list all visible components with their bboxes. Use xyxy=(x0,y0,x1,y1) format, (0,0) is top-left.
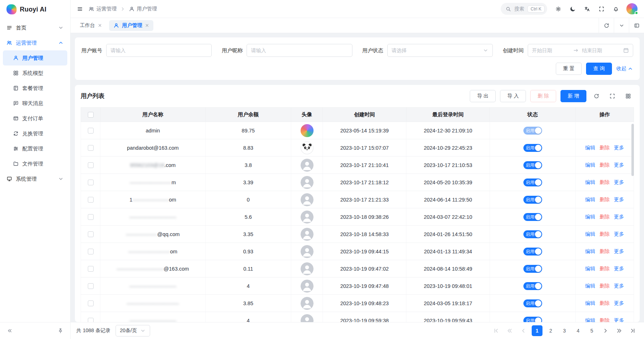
delete-button[interactable]: 删 除 xyxy=(530,90,556,102)
row-checkbox[interactable] xyxy=(88,128,94,134)
page-button-2[interactable]: 2 xyxy=(545,325,556,336)
more-link[interactable]: 更多 xyxy=(614,162,624,168)
language-button[interactable] xyxy=(581,3,593,15)
tab-refresh-button[interactable] xyxy=(599,18,614,33)
sidebar-subitem-6[interactable]: 配置管理 xyxy=(3,141,67,156)
sidebar-subitem-5[interactable]: 兑换管理 xyxy=(3,126,67,141)
row-checkbox[interactable] xyxy=(88,162,94,168)
sidebar-item-1[interactable]: 运营管理 xyxy=(0,35,70,50)
delete-link[interactable]: 删除 xyxy=(600,162,610,168)
edit-link[interactable]: 编辑 xyxy=(585,179,595,185)
close-icon[interactable] xyxy=(98,23,102,27)
status-toggle[interactable]: 启用 xyxy=(523,213,542,221)
page-button-5[interactable]: 5 xyxy=(586,325,597,336)
status-toggle[interactable]: 启用 xyxy=(523,178,542,186)
status-toggle[interactable]: 启用 xyxy=(523,282,542,290)
edit-link[interactable]: 编辑 xyxy=(585,317,595,322)
sidebar-item-2[interactable]: 系统管理 xyxy=(0,171,70,186)
sidebar-item-0[interactable]: 首页 xyxy=(0,20,70,35)
page-button-4[interactable]: 4 xyxy=(573,325,584,336)
next-page-button[interactable] xyxy=(600,325,611,336)
status-toggle[interactable]: 启用 xyxy=(523,127,542,135)
delete-link[interactable]: 删除 xyxy=(600,283,610,289)
more-link[interactable]: 更多 xyxy=(614,248,624,254)
notifications-button[interactable] xyxy=(610,3,622,15)
delete-link[interactable]: 删除 xyxy=(600,196,610,202)
row-checkbox[interactable] xyxy=(88,214,94,220)
status-select[interactable] xyxy=(387,44,493,57)
sidebar-subitem-1[interactable]: 系统模型 xyxy=(3,65,67,81)
edit-link[interactable]: 编辑 xyxy=(585,145,595,150)
delete-link[interactable]: 删除 xyxy=(600,231,610,237)
global-search[interactable]: 搜索 Ctrl K xyxy=(501,3,547,15)
sidebar-pin-button[interactable] xyxy=(56,326,65,335)
reset-button[interactable]: 重 置 xyxy=(556,63,582,75)
table-fullscreen-button[interactable] xyxy=(607,90,618,102)
dark-mode-button[interactable] xyxy=(567,3,579,15)
row-checkbox[interactable] xyxy=(88,145,94,151)
edit-link[interactable]: 编辑 xyxy=(585,266,595,271)
query-button[interactable]: 查 询 xyxy=(586,63,612,75)
settings-button[interactable] xyxy=(552,3,564,15)
delete-link[interactable]: 删除 xyxy=(600,317,610,322)
sidebar-subitem-0[interactable]: 用户管理 xyxy=(3,50,67,65)
sidebar-subitem-7[interactable]: 文件管理 xyxy=(3,156,67,171)
row-checkbox[interactable] xyxy=(88,318,94,322)
sidebar-subitem-3[interactable]: 聊天消息 xyxy=(3,96,67,111)
collapse-filters-link[interactable]: 收起 xyxy=(616,65,633,72)
date-range-picker[interactable] xyxy=(528,44,633,57)
edit-link[interactable]: 编辑 xyxy=(585,231,595,237)
select-all-checkbox[interactable] xyxy=(88,112,94,118)
delete-link[interactable]: 删除 xyxy=(600,214,610,220)
prev-5-pages-button[interactable] xyxy=(504,325,515,336)
prev-page-button[interactable] xyxy=(518,325,529,336)
status-toggle[interactable]: 启用 xyxy=(523,161,542,169)
row-checkbox[interactable] xyxy=(88,197,94,203)
row-checkbox[interactable] xyxy=(88,249,94,254)
hamburger-menu-icon[interactable] xyxy=(77,6,83,12)
edit-link[interactable]: 编辑 xyxy=(585,300,595,306)
date-end-input[interactable] xyxy=(582,48,620,53)
status-toggle[interactable]: 启用 xyxy=(523,144,542,152)
sidebar-collapse-button[interactable] xyxy=(5,326,14,335)
edit-link[interactable]: 编辑 xyxy=(585,162,595,168)
column-settings-button[interactable] xyxy=(622,90,634,102)
export-button[interactable]: 导 出 xyxy=(470,90,496,102)
sidebar-subitem-4[interactable]: 支付订单 xyxy=(3,111,67,126)
status-toggle[interactable]: 启用 xyxy=(523,248,542,256)
status-toggle[interactable]: 启用 xyxy=(523,230,542,238)
edit-link[interactable]: 编辑 xyxy=(585,248,595,254)
add-button[interactable]: 新 增 xyxy=(560,90,586,102)
delete-link[interactable]: 删除 xyxy=(600,266,610,271)
status-toggle[interactable]: 启用 xyxy=(523,317,542,322)
row-checkbox[interactable] xyxy=(88,180,94,185)
breadcrumb-item-0[interactable]: 运营管理 xyxy=(89,6,117,12)
row-checkbox[interactable] xyxy=(88,266,94,272)
more-link[interactable]: 更多 xyxy=(614,266,624,271)
import-button[interactable]: 导 入 xyxy=(500,90,526,102)
row-checkbox[interactable] xyxy=(88,283,94,289)
status-toggle[interactable]: 启用 xyxy=(523,196,542,204)
row-checkbox[interactable] xyxy=(88,231,94,237)
more-link[interactable]: 更多 xyxy=(614,145,624,150)
fullscreen-button[interactable] xyxy=(595,3,608,15)
more-link[interactable]: 更多 xyxy=(614,196,624,202)
more-link[interactable]: 更多 xyxy=(614,179,624,185)
last-page-button[interactable] xyxy=(627,325,638,336)
user-avatar[interactable] xyxy=(626,3,638,14)
tab-options-button[interactable] xyxy=(614,18,629,33)
delete-link[interactable]: 删除 xyxy=(600,300,610,306)
tab-0[interactable]: 工作台 xyxy=(76,20,106,31)
first-page-button[interactable] xyxy=(491,325,501,336)
account-input[interactable] xyxy=(111,48,207,53)
next-5-pages-button[interactable] xyxy=(614,325,625,336)
edit-link[interactable]: 编辑 xyxy=(585,283,595,289)
nickname-input[interactable] xyxy=(251,48,348,53)
breadcrumb-item-1[interactable]: 用户管理 xyxy=(129,6,157,12)
more-link[interactable]: 更多 xyxy=(614,300,624,306)
page-button-3[interactable]: 3 xyxy=(559,325,570,336)
status-toggle[interactable]: 启用 xyxy=(523,299,542,307)
date-start-input[interactable] xyxy=(532,48,571,53)
sidebar-subitem-2[interactable]: 套餐管理 xyxy=(3,81,67,96)
tab-1[interactable]: 用户管理 xyxy=(109,20,153,31)
